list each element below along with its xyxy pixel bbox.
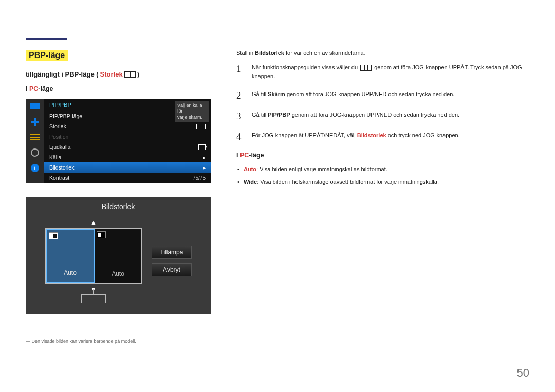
- menu-grid-icon: [360, 65, 372, 71]
- info-icon: i: [29, 162, 41, 174]
- subhead-prefix: tillgängligt i PBP-läge (: [26, 70, 99, 78]
- osd-tooltip: Välj en källa för varje skärm.: [175, 101, 209, 122]
- lead-text: Ställ in Bildstorlek för var och en av s…: [236, 50, 529, 56]
- aspect-icon: [49, 232, 58, 239]
- monitor-stand: [81, 294, 106, 303]
- preview-panel: Bildstorlek ▲ Auto Auto: [26, 197, 211, 314]
- cancel-button[interactable]: Avbryt: [152, 263, 192, 276]
- step-3: 3 Gå till PIP/PBP genom att föra JOG-kna…: [236, 110, 529, 122]
- bullet-list: Auto: Visa bilden enligt varje inmatning…: [236, 165, 529, 186]
- osd-row-position: Position: [44, 132, 211, 142]
- osd-menu: i Välj en källa för varje skärm. PIP/PBP…: [26, 99, 211, 183]
- bullet-auto: Auto: Visa bilden enligt varje inmatning…: [236, 165, 529, 174]
- chevron-right-icon: ▸: [203, 155, 206, 160]
- monitor-preview: Auto Auto: [45, 228, 142, 284]
- list-icon: [29, 131, 41, 143]
- footnote: ― Den visade bilden kan variera beroende…: [26, 339, 216, 344]
- sound-mini-icon: [198, 144, 206, 150]
- osd-row-ljudkalla[interactable]: Ljudkälla: [44, 142, 211, 152]
- chevron-up-icon[interactable]: ▲: [90, 219, 97, 226]
- bullet-wide: Wide: Visa bilden i helskärmsläge oavset…: [236, 178, 529, 186]
- subheading: tillgängligt i PBP-läge ( Storlek ): [26, 70, 216, 78]
- aspect-icon: [97, 231, 106, 238]
- preview-right-half[interactable]: Auto: [95, 229, 141, 283]
- chevron-right-icon: ▸: [203, 165, 206, 171]
- preview-title: Bildstorlek: [26, 197, 211, 219]
- pbp-split-icon: [124, 71, 136, 78]
- pc-mode-label-right: I PC-läge: [236, 152, 529, 159]
- gear-icon: [29, 146, 41, 159]
- page-number: 50: [517, 366, 529, 380]
- osd-row-kontrast[interactable]: Kontrast 75/75: [44, 173, 211, 183]
- subhead-suffix: ): [137, 70, 139, 78]
- pc-mode-label-left: I PC-läge: [26, 85, 216, 92]
- osd-row-bildstorlek[interactable]: Bildstorlek ▸: [44, 162, 211, 173]
- apply-button[interactable]: Tillämpa: [152, 246, 192, 259]
- joystick-icon: [29, 116, 41, 128]
- preview-left-half[interactable]: Auto: [46, 229, 95, 283]
- screen-icon: [29, 100, 41, 113]
- osd-sidebar: i: [26, 99, 44, 183]
- subhead-storlek: Storlek: [100, 70, 123, 78]
- step-4: 4 För JOG-knappen åt UPPÅT/NEDÅT, välj B…: [236, 131, 529, 142]
- step-1: 1 När funktionsknappsguiden visas väljer…: [236, 63, 529, 81]
- steps-list: 1 När funktionsknappsguiden visas väljer…: [236, 63, 529, 142]
- step-2: 2 Gå till Skärm genom att föra JOG-knapp…: [236, 90, 529, 101]
- osd-row-kalla[interactable]: Källa ▸: [44, 152, 211, 162]
- osd-row-storlek[interactable]: Storlek: [44, 121, 211, 132]
- pbp-mini-icon: [196, 124, 206, 129]
- section-title: PBP-läge: [26, 50, 68, 61]
